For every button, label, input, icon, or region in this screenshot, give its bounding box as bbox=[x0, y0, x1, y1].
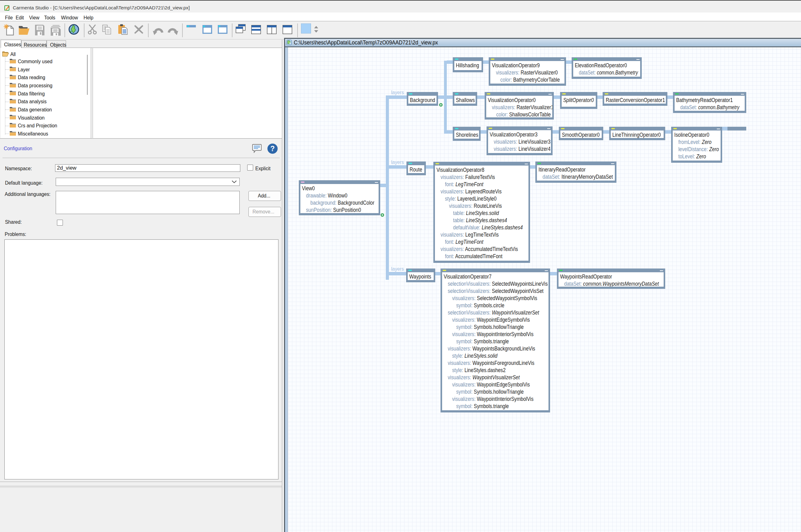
svg-text:?: ? bbox=[270, 145, 275, 153]
